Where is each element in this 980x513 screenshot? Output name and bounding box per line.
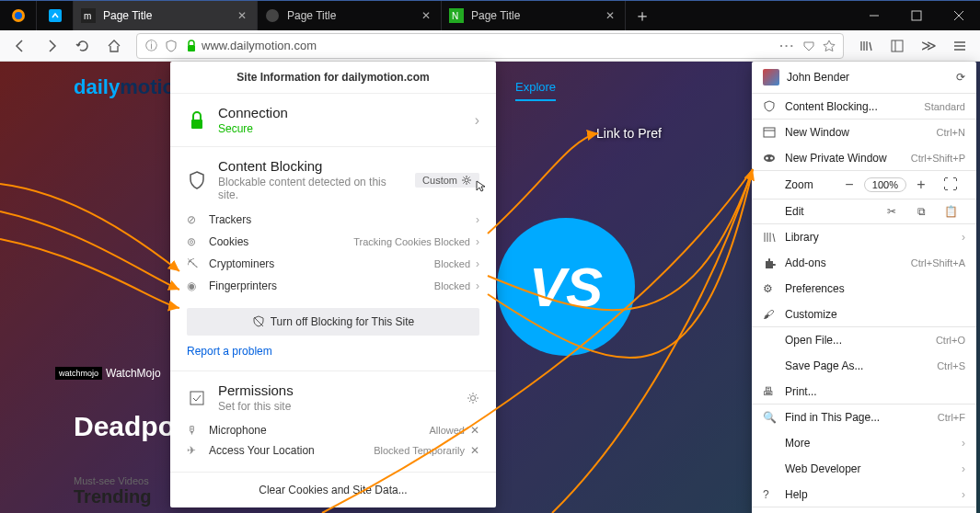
- permissions-icon: [187, 390, 207, 406]
- zoom-in-button[interactable]: +: [906, 177, 936, 193]
- sync-refresh-icon[interactable]: ⟳: [956, 71, 965, 84]
- blocking-item-trackers[interactable]: ⊘ Trackers ›: [187, 209, 479, 231]
- blocking-item-fingerprinters[interactable]: ◉ Fingerprinters Blocked ›: [187, 275, 479, 297]
- chevron-right-icon: ›: [962, 437, 965, 450]
- svg-point-26: [766, 156, 768, 159]
- menu-user-row[interactable]: John Bender ⟳: [752, 62, 976, 94]
- menu-zoom-row: Zoom − 100% + ⛶: [752, 171, 976, 200]
- menu-help[interactable]: ? Help ›: [752, 482, 976, 507]
- tab-3[interactable]: N Page Title ✕: [442, 1, 626, 30]
- titlebar: m Page Title ✕ Page Title ✕ N Page Title…: [0, 0, 980, 30]
- puzzle-icon: [763, 256, 785, 269]
- close-tab-icon[interactable]: ✕: [603, 8, 617, 23]
- location-icon: ✈: [187, 444, 209, 457]
- zoom-out-button[interactable]: −: [835, 177, 864, 193]
- hamburger-menu-button[interactable]: [945, 32, 974, 60]
- menu-find[interactable]: 🔍 Find in This Page... Ctrl+F: [752, 405, 976, 430]
- new-tab-button[interactable]: ＋: [626, 1, 659, 30]
- library-icon: [763, 231, 785, 244]
- overflow-icon[interactable]: ≫: [914, 32, 943, 60]
- page-actions-icon[interactable]: ···: [776, 39, 799, 52]
- clear-permission-icon[interactable]: ✕: [465, 424, 479, 437]
- chevron-right-icon: ›: [962, 488, 965, 501]
- window-icon: [763, 126, 785, 139]
- svg-rect-12: [188, 45, 195, 51]
- paste-icon[interactable]: 📋: [936, 205, 965, 218]
- sidebar-icon[interactable]: [882, 32, 912, 60]
- menu-exit[interactable]: ⏻ Exit Ctrl+Shift+Q: [752, 507, 976, 513]
- channel-badge[interactable]: watchmojoWatchMojo: [55, 367, 161, 380]
- menu-new-private-window[interactable]: New Private Window Ctrl+Shift+P: [752, 145, 976, 171]
- menu-print[interactable]: 🖶 Print...: [752, 379, 976, 405]
- permissions-title: Permissions: [218, 382, 455, 398]
- svg-rect-21: [190, 392, 203, 405]
- url-bar[interactable]: ⓘ www.dailymotion.com ···: [136, 33, 844, 59]
- reload-button[interactable]: [68, 32, 98, 60]
- chevron-right-icon: ›: [476, 235, 479, 248]
- menu-more[interactable]: More ›: [752, 430, 976, 456]
- tab-active[interactable]: m Page Title ✕: [74, 1, 258, 30]
- menu-addons[interactable]: Add-ons Ctrl+Shift+A: [752, 250, 976, 276]
- pocket-icon[interactable]: [799, 40, 819, 52]
- microphone-icon: 🎙: [187, 424, 209, 437]
- cut-icon[interactable]: ✂: [877, 205, 906, 218]
- clear-permission-icon[interactable]: ✕: [465, 444, 479, 457]
- library-icon[interactable]: [851, 32, 881, 60]
- gear-icon[interactable]: [467, 392, 479, 405]
- pinned-tab-firefox[interactable]: [0, 1, 37, 30]
- window-minimize-icon[interactable]: [853, 1, 895, 30]
- tracking-shield-icon[interactable]: [161, 40, 181, 52]
- search-icon: 🔍: [763, 411, 785, 424]
- toggle-blocking-button[interactable]: Turn off Blocking for This Site: [187, 308, 479, 336]
- menu-new-window[interactable]: New Window Ctrl+N: [752, 120, 976, 145]
- window-maximize-icon[interactable]: [895, 1, 938, 30]
- pinned-tab-app[interactable]: [37, 1, 74, 30]
- blocking-item-cryptominers[interactable]: ⛏ Cryptominers Blocked ›: [187, 253, 479, 275]
- forward-button[interactable]: [37, 32, 66, 60]
- zoom-value: 100%: [864, 177, 906, 192]
- svg-rect-13: [892, 40, 903, 51]
- fingerprinters-icon: ◉: [187, 279, 209, 292]
- menu-customize[interactable]: 🖌 Customize: [752, 302, 976, 327]
- report-problem-link[interactable]: Report a problem: [187, 339, 479, 359]
- menu-save-page[interactable]: Save Page As... Ctrl+S: [752, 353, 976, 379]
- svg-rect-9: [912, 11, 921, 20]
- close-tab-icon[interactable]: ✕: [235, 8, 249, 23]
- svg-point-27: [770, 156, 773, 159]
- menu-web-developer[interactable]: Web Developer ›: [752, 456, 976, 482]
- connection-row[interactable]: Connection Secure ›: [187, 105, 479, 135]
- annotation-link-to-pref: Link to Pref: [596, 126, 662, 141]
- gear-icon: ⚙: [763, 282, 785, 295]
- permissions-sub: Set for this site: [218, 400, 455, 413]
- close-tab-icon[interactable]: ✕: [419, 8, 433, 23]
- blocking-item-cookies[interactable]: ⊚ Cookies Tracking Cookies Blocked ›: [187, 231, 479, 253]
- copy-icon[interactable]: ⧉: [906, 205, 936, 218]
- menu-open-file[interactable]: Open File... Ctrl+O: [752, 327, 976, 353]
- nav-explore[interactable]: Explore: [515, 80, 556, 101]
- mask-icon: [763, 152, 785, 165]
- fullscreen-icon[interactable]: ⛶: [936, 177, 965, 193]
- content-blocking-mode-badge[interactable]: Custom: [415, 173, 479, 188]
- menu-content-blocking[interactable]: Content Blocking... Standard: [752, 94, 976, 120]
- tab-label: Page Title: [103, 9, 227, 22]
- svg-point-5: [266, 9, 279, 22]
- svg-rect-23: [764, 128, 775, 137]
- bookmark-star-icon[interactable]: [819, 40, 839, 52]
- chevron-right-icon: ›: [962, 231, 965, 244]
- toolbar: ⓘ www.dailymotion.com ··· ≫: [0, 30, 980, 62]
- site-info-icon[interactable]: ⓘ: [141, 38, 161, 54]
- clear-cookies-button[interactable]: Clear Cookies and Site Data...: [170, 473, 496, 507]
- back-button[interactable]: [6, 32, 35, 60]
- avatar: [763, 69, 779, 86]
- lock-icon: [181, 40, 202, 52]
- print-icon: 🖶: [763, 385, 785, 398]
- app-menu: John Bender ⟳ Content Blocking... Standa…: [752, 62, 976, 513]
- tab-2[interactable]: Page Title ✕: [258, 1, 442, 30]
- shield-icon: [763, 100, 785, 113]
- permission-location: ✈ Access Your Location Blocked Temporari…: [187, 440, 479, 461]
- window-close-icon[interactable]: [938, 1, 980, 30]
- connection-status: Secure: [218, 122, 464, 135]
- menu-preferences[interactable]: ⚙ Preferences: [752, 276, 976, 302]
- home-button[interactable]: [99, 32, 129, 60]
- menu-library[interactable]: Library ›: [752, 224, 976, 250]
